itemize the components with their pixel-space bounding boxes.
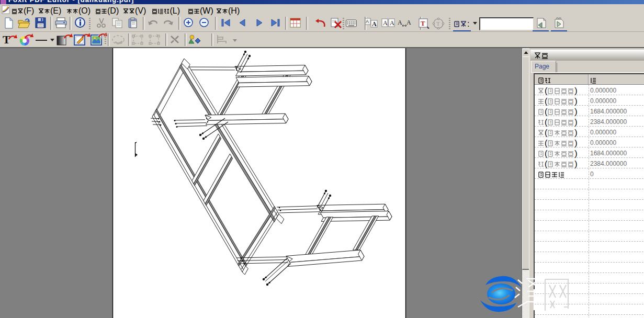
svg-text:T: T xyxy=(436,20,440,27)
svg-text:A: A xyxy=(372,20,377,28)
svg-text:T: T xyxy=(3,33,10,46)
svg-text:A: A xyxy=(390,19,394,27)
svg-text:T: T xyxy=(421,19,425,27)
svg-text:A: A xyxy=(406,19,411,26)
svg-text:A: A xyxy=(366,19,369,24)
svg-text:A: A xyxy=(383,19,388,27)
svg-text:A: A xyxy=(398,19,402,26)
